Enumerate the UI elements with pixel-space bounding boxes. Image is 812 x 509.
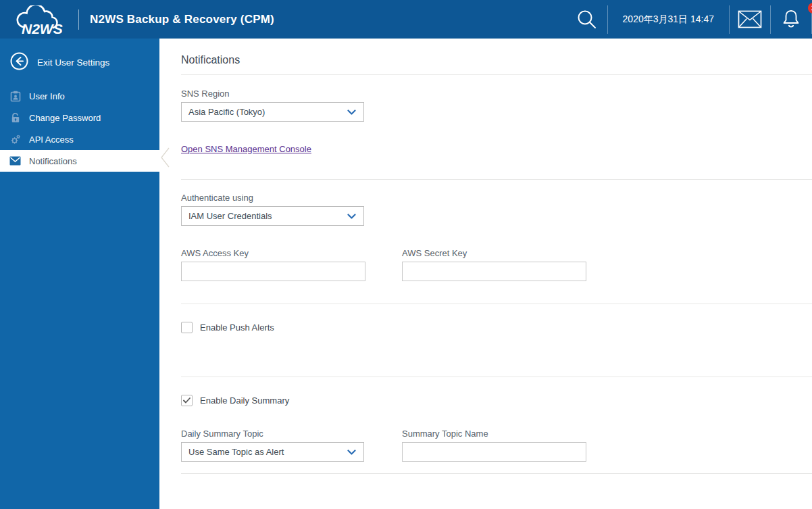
logo-text: N2WS — [22, 21, 63, 37]
enable-daily-summary-checkbox[interactable] — [181, 395, 193, 406]
enable-push-alerts-row: Enable Push Alerts — [181, 322, 274, 333]
exit-user-settings-button[interactable]: Exit User Settings — [10, 52, 159, 73]
summary-topic-name-input[interactable] — [402, 442, 586, 462]
sidebar-item-label: Notifications — [29, 156, 77, 166]
enable-push-alerts-label: Enable Push Alerts — [200, 322, 274, 333]
sidebar-item-label: User Info — [29, 91, 65, 101]
authenticate-using-select[interactable]: IAM User Credentials — [181, 206, 364, 226]
chevron-down-icon — [347, 214, 356, 220]
app-title: N2WS Backup & Recovery (CPM) — [90, 13, 274, 26]
page-title: Notifications — [181, 54, 240, 66]
enable-daily-summary-row: Enable Daily Summary — [181, 395, 289, 406]
aws-secret-key-label: AWS Secret Key — [402, 248, 467, 258]
header-actions: 2020年3月31日 14:47 3 — [567, 0, 812, 39]
sns-region-select[interactable]: Asia Pacific (Tokyo) — [181, 102, 364, 122]
envelope-icon — [9, 155, 21, 167]
user-card-icon — [9, 91, 21, 102]
gears-icon — [9, 134, 21, 145]
mail-icon[interactable] — [730, 10, 770, 28]
sidebar-item-notifications[interactable]: Notifications — [0, 150, 159, 172]
sidebar-item-label: API Access — [29, 135, 74, 145]
check-icon — [183, 397, 191, 404]
daily-summary-topic-value: Use Same Topic as Alert — [188, 447, 284, 457]
section-divider — [181, 473, 812, 474]
sidebar-item-change-password[interactable]: Change Password — [0, 107, 159, 128]
authenticate-using-value: IAM User Credentials — [188, 211, 272, 221]
sidebar-item-api-access[interactable]: API Access — [0, 128, 159, 150]
aws-access-key-label: AWS Access Key — [181, 248, 249, 258]
sns-region-label: SNS Region — [181, 89, 230, 99]
app-header: N2WS N2WS Backup & Recovery (CPM) 2020年3… — [0, 0, 812, 39]
exit-user-settings-label: Exit User Settings — [37, 57, 109, 68]
settings-sidebar: Exit User Settings User Info — [0, 39, 159, 509]
active-item-notch — [159, 147, 171, 168]
datetime-display: 2020年3月31日 14:47 — [608, 14, 729, 26]
notifications-panel: Notifications SNS Region Asia Pacific (T… — [159, 39, 812, 509]
bell-icon[interactable]: 3 — [771, 9, 811, 30]
header-divider — [78, 9, 79, 30]
chevron-down-icon — [347, 110, 356, 116]
section-divider — [181, 74, 812, 75]
n2ws-cpm-app: N2WS N2WS Backup & Recovery (CPM) 2020年3… — [0, 0, 812, 509]
enable-push-alerts-checkbox[interactable] — [181, 322, 193, 333]
section-divider — [181, 377, 812, 377]
enable-daily-summary-label: Enable Daily Summary — [200, 395, 289, 406]
sidebar-item-label: Change Password — [29, 113, 101, 123]
section-divider — [181, 304, 812, 304]
back-arrow-circle-icon — [10, 52, 28, 73]
sidebar-item-user-info[interactable]: User Info — [0, 85, 159, 107]
notification-badge: 3 — [808, 3, 812, 14]
daily-summary-topic-label: Daily Summary Topic — [181, 429, 263, 439]
chevron-down-icon — [347, 450, 356, 456]
sidebar-nav: User Info Change Password — [0, 85, 159, 172]
daily-summary-topic-select[interactable]: Use Same Topic as Alert — [181, 442, 364, 462]
lock-icon — [9, 112, 21, 124]
authenticate-using-label: Authenticate using — [181, 193, 253, 203]
n2ws-logo: N2WS — [8, 3, 73, 36]
sns-region-value: Asia Pacific (Tokyo) — [188, 107, 265, 117]
aws-secret-key-input[interactable] — [402, 262, 586, 281]
aws-access-key-input[interactable] — [181, 262, 365, 281]
search-icon[interactable] — [567, 9, 607, 30]
open-sns-console-link[interactable]: Open SNS Management Console — [181, 144, 311, 154]
summary-topic-name-label: Summary Topic Name — [402, 429, 488, 439]
section-divider — [181, 179, 812, 180]
